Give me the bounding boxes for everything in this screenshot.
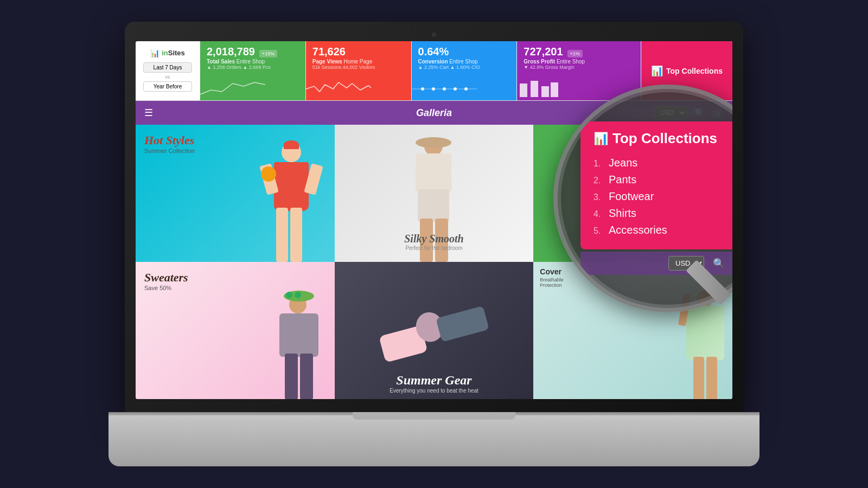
model-figure — [259, 143, 324, 262]
list-item: 2. Pants — [593, 171, 732, 188]
silky-smooth-cell[interactable]: Silky Smooth Perfect for the bedroom — [335, 125, 534, 262]
rank-2: 2. — [593, 176, 607, 185]
gross-profit-chart — [517, 78, 560, 97]
svg-point-1 — [421, 87, 424, 91]
insites-logo: 📊 inSites Last 7 Days vs Year Before — [136, 41, 200, 100]
page-views-value: 71,626 — [312, 46, 346, 57]
store-title: Galleria — [416, 107, 452, 119]
sweaters-subtitle: Save 50% — [144, 285, 188, 291]
magnifier-nav: USD EUR 🔍 🛒 — [580, 252, 732, 275]
sweaters-label: Sweaters Save 50% — [144, 271, 188, 291]
hot-styles-title: Hot Styles — [144, 133, 195, 147]
svg-rect-6 — [520, 84, 527, 97]
laptop-base — [108, 412, 760, 466]
chart-icon: 📊 — [150, 49, 159, 57]
page-views-chart — [306, 78, 371, 97]
svg-rect-8 — [541, 86, 549, 97]
year-before-button[interactable]: Year Before — [143, 81, 192, 92]
laptop-trackpad — [353, 412, 515, 420]
list-item: 1. Jeans — [593, 155, 732, 171]
screen-bezel: 📊 inSites Last 7 Days vs Year Before 2,0… — [125, 22, 743, 412]
brand-name: inSites — [162, 49, 185, 57]
svg-point-5 — [464, 87, 468, 91]
sweater-model — [270, 291, 329, 399]
conversion-detail: ▲ 2.25% Cart ▲ 1.60% C/O — [418, 65, 510, 70]
summer-gear-label: Summer Gear Everything you need to beat … — [335, 373, 534, 394]
item-3: Footwear — [609, 190, 654, 203]
total-sales-badge: +15% — [259, 50, 277, 57]
item-4: Shirts — [609, 207, 636, 220]
cover-title: Cover — [540, 267, 564, 276]
total-sales-chart — [200, 78, 265, 97]
total-sales-card: 2,018,789 +15% Total Sales Entire Shop ▲… — [200, 41, 306, 100]
mag-search-icon[interactable]: 🔍 — [713, 258, 725, 269]
svg-point-3 — [443, 87, 446, 91]
page-views-label: Page Views Home Page — [312, 59, 405, 65]
silky-smooth-title: Silky Smooth — [335, 233, 534, 245]
rank-3: 3. — [593, 192, 607, 202]
svg-point-2 — [432, 87, 435, 91]
page-views-detail: 51k Sessions 44,002 Visitors — [312, 65, 405, 70]
silky-smooth-subtitle: Perfect for the bedroom — [335, 245, 534, 251]
summer-gear-title: Summer Gear — [335, 373, 534, 388]
rank-5: 5. — [593, 226, 607, 236]
hot-styles-cell[interactable]: Hot Styles Summer Collection — [136, 125, 335, 262]
summer-model — [376, 298, 492, 368]
list-item: 3. Footwear — [593, 188, 732, 205]
item-5: Accessories — [609, 224, 667, 236]
total-sales-detail: ▲ 1,256 Orders ▲ 2,668 Pcs — [207, 65, 299, 70]
sweaters-cell[interactable]: Sweaters Save 50% — [136, 262, 335, 399]
tc-icon: 📊 — [593, 132, 608, 146]
tc-card-title: Top Collections — [612, 130, 717, 147]
screen-area: 📊 inSites Last 7 Days vs Year Before 2,0… — [136, 41, 732, 399]
gross-profit-value: 727,201 — [524, 46, 563, 57]
hot-styles-label: Hot Styles Summer Collection — [144, 133, 195, 154]
laptop-shell: 📊 inSites Last 7 Days vs Year Before 2,0… — [108, 22, 760, 466]
conversion-card: 0.64% Conversion Entire Shop ▲ 2.25% Car… — [412, 41, 518, 100]
gross-profit-label: Gross Profit Entire Shop — [524, 59, 634, 65]
vs-label: vs — [165, 74, 170, 80]
rank-4: 4. — [593, 209, 607, 219]
svg-rect-9 — [551, 82, 558, 97]
silky-smooth-label: Silky Smooth Perfect for the bedroom — [335, 233, 534, 251]
top-collections-label: Top Collections — [666, 67, 723, 75]
conversion-value: 0.64% — [418, 46, 449, 57]
total-sales-value: 2,018,789 — [207, 46, 255, 57]
camera — [432, 33, 436, 37]
page-views-card: 71,626 Page Views Home Page 51k Sessions… — [306, 41, 412, 100]
top-collections-card: 📊 Top Collections 1. Jeans 2. Pants — [580, 121, 732, 249]
total-sales-label: Total Sales Entire Shop — [207, 59, 299, 65]
list-item: 5. Accessories — [593, 222, 732, 239]
item-2: Pants — [609, 174, 636, 186]
bar-chart-icon: 📊 — [651, 65, 663, 77]
cover-subtitle-line1: Breathable — [540, 277, 564, 282]
summer-gear-cell[interactable]: Summer Gear Everything you need to beat … — [335, 262, 534, 399]
rank-1: 1. — [593, 159, 607, 169]
cover-label: Cover Breathable Protection — [540, 267, 564, 288]
last-7-days-button[interactable]: Last 7 Days — [143, 62, 192, 73]
svg-rect-7 — [531, 81, 538, 97]
hamburger-icon[interactable]: ☰ — [144, 107, 153, 119]
tc-header: 📊 Top Collections — [593, 130, 732, 147]
hot-styles-subtitle: Summer Collection — [144, 147, 195, 154]
sweaters-title: Sweaters — [144, 271, 188, 285]
gross-profit-detail: ▼ 42.9% Gross Margin — [524, 65, 634, 70]
conversion-label: Conversion Entire Shop — [418, 59, 510, 65]
conversion-chart — [412, 78, 477, 97]
tc-list: 1. Jeans 2. Pants 3. Footwear 4. — [593, 155, 732, 239]
item-1: Jeans — [609, 157, 637, 169]
cover-subtitle-line2: Protection — [540, 282, 564, 288]
svg-point-4 — [454, 87, 457, 91]
gross-profit-badge: +1% — [567, 50, 583, 57]
summer-gear-subtitle: Everything you need to beat the heat — [335, 388, 534, 394]
gross-profit-card: 727,201 +1% Gross Profit Entire Shop ▼ 4… — [517, 41, 641, 100]
list-item: 4. Shirts — [593, 205, 732, 222]
